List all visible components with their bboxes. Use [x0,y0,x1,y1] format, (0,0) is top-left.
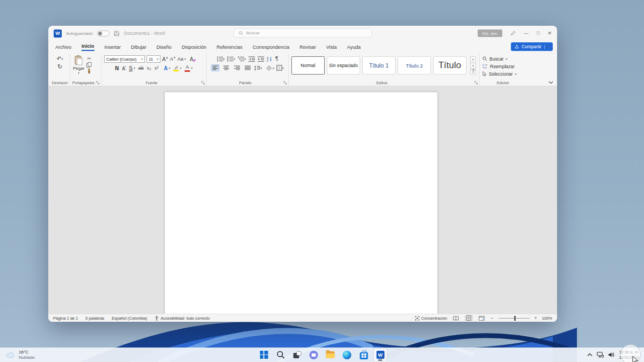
zoom-out-button[interactable]: − [491,315,493,321]
paste-button[interactable] [75,55,83,65]
start-button[interactable] [258,349,270,361]
underline-button[interactable]: S [129,65,133,71]
network-icon[interactable] [597,352,604,358]
read-mode-button[interactable] [452,315,460,321]
numbering-button[interactable]: ▾ [227,56,235,62]
style-normal[interactable]: Normal [291,56,325,75]
strikethrough-button[interactable]: ab [138,65,144,71]
title-search-box[interactable]: Buscar [233,28,372,38]
redo-button[interactable]: ↻ [57,64,62,70]
styles-dialog-launcher[interactable] [474,81,478,85]
autosave-toggle[interactable] [97,31,109,36]
volume-icon[interactable] [608,352,614,358]
pen-mode-icon[interactable] [510,31,516,36]
font-dialog-launcher[interactable] [201,81,205,85]
italic-button[interactable]: K [122,65,126,71]
show-marks-button[interactable]: ¶ [275,56,278,62]
edge-button[interactable] [341,349,354,361]
text-effects-button[interactable]: A ▾ [164,65,170,71]
select-button[interactable]: Seleccionar ▾ [482,70,516,77]
decrease-indent-button[interactable] [248,56,255,62]
subscript-button[interactable]: x₂ [147,65,151,71]
multilevel-list-button[interactable]: ▾ [238,56,246,62]
style-titulo-1[interactable]: Título 1 [362,56,396,75]
focus-mode-button[interactable]: Concentración [415,316,447,321]
chat-button[interactable] [308,349,320,361]
task-view-button[interactable] [291,349,304,361]
tab-diseno[interactable]: Diseño [157,45,172,50]
grow-font-button[interactable]: A▲ [162,56,169,62]
print-layout-icon [466,315,471,321]
bold-button[interactable]: N [115,65,119,71]
status-accessibility[interactable]: Accesibilidad: todo correcto [155,316,210,321]
replace-button[interactable]: ab Reemplazar [482,63,515,70]
font-name-combo[interactable]: Calibri (Cuerpo) ▾ [104,55,145,63]
style-sin-espaciado[interactable]: Sin espaciado [327,56,360,75]
increase-indent-button[interactable] [258,56,264,62]
cut-button[interactable]: ✂ [87,56,92,61]
share-button[interactable]: Compartir ▾ [511,42,553,51]
shrink-font-button[interactable]: A▼ [170,56,176,62]
find-button[interactable]: Buscar ▾ [482,55,507,62]
align-right-button[interactable] [232,64,241,71]
align-center-button[interactable] [222,64,230,71]
tab-inicio[interactable]: Inicio [82,43,94,50]
tab-revisar[interactable]: Revisar [299,45,316,50]
zoom-slider-thumb[interactable] [514,316,516,321]
store-button[interactable] [357,349,370,361]
clear-formatting-button[interactable]: A [189,56,196,62]
tab-dibujar[interactable]: Dibujar [131,45,147,50]
tab-correspondencia[interactable]: Correspondencia [253,45,290,50]
styles-more-button[interactable]: ▾ [470,69,476,75]
change-case-button[interactable]: Aa▾ [178,56,186,62]
styles-scroll-down-button[interactable]: ▾ [470,63,476,69]
weather-widget[interactable]: 16°C Nublado [5,348,35,362]
sort-button[interactable]: AZ [267,56,273,62]
taskbar-search-button[interactable] [274,349,287,361]
tab-ayuda[interactable]: Ayuda [347,45,361,50]
zoom-level[interactable]: 100% [542,316,552,321]
style-titulo[interactable]: Título [433,56,466,75]
sign-in-button[interactable]: Inic. ses. [478,29,502,37]
web-layout-button[interactable] [478,315,486,321]
font-color-button[interactable]: A ▾ [185,65,193,72]
font-name-value: Calibri (Cuerpo) [106,57,136,62]
copy-button[interactable] [86,62,92,68]
borders-button[interactable]: ▾ [276,65,284,71]
highlight-button[interactable]: ▾ [173,65,181,72]
status-language[interactable]: Español (Colombia) [112,316,147,321]
styles-scroll-up-button[interactable]: ▴ [470,56,476,62]
save-icon[interactable] [114,31,120,36]
superscript-button[interactable]: x² [155,65,159,71]
tab-insertar[interactable]: Insertar [105,45,121,50]
tab-archivo[interactable]: Archivo [55,45,71,50]
file-explorer-button[interactable] [324,349,337,361]
document-page[interactable] [164,92,438,314]
collapse-ribbon-button[interactable] [548,81,553,84]
word-taskbar-button[interactable]: W [374,349,387,361]
tab-referencias[interactable]: Referencias [217,45,243,50]
close-button[interactable]: ✕ [547,31,552,36]
tab-vista[interactable]: Vista [326,45,337,50]
undo-button[interactable]: ↶ ▾ [57,56,63,62]
maximize-button[interactable]: □ [537,31,539,36]
status-word-count[interactable]: 0 palabras [85,316,104,321]
paragraph-dialog-launcher[interactable] [283,81,287,85]
underline-dropdown-icon[interactable]: ▾ [134,67,135,70]
format-painter-button[interactable] [86,69,92,74]
justify-button[interactable] [243,64,252,71]
font-size-combo[interactable]: 11 ▾ [147,55,160,63]
clipboard-dialog-launcher[interactable] [96,81,100,85]
align-left-button[interactable] [211,64,219,71]
line-spacing-button[interactable]: ▾ [254,65,262,71]
tray-chevron-up-icon[interactable] [587,353,592,357]
zoom-slider[interactable] [499,318,530,319]
status-page-count[interactable]: Página 1 de 1 [53,316,78,321]
print-layout-button[interactable] [465,315,473,321]
shading-button[interactable]: ▾ [266,65,274,71]
minimize-button[interactable]: — [524,31,529,36]
zoom-in-button[interactable]: + [535,315,537,321]
bullets-button[interactable]: ▾ [217,56,225,62]
style-titulo-2[interactable]: Título 2 [398,56,431,75]
tab-disposicion[interactable]: Disposición [182,45,207,50]
